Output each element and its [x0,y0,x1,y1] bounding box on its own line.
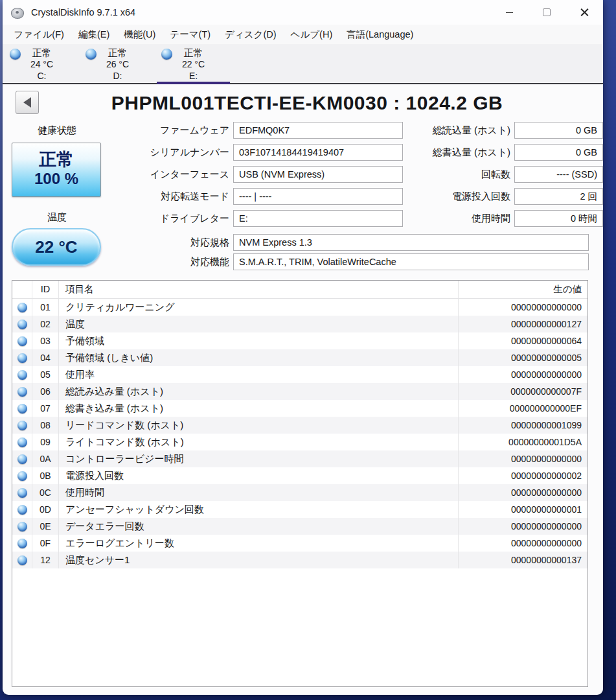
info-field: 回転数 ---- (SSD) [391,165,603,183]
attribute-id: 04 [32,349,58,366]
status-cell [12,349,32,366]
tab-temperature: 22 °C [155,59,231,70]
drive-tab[interactable]: 正常 24 °C C: [4,44,80,83]
table-row[interactable]: 06 総読み込み量 (ホスト) 0000000000007F [12,383,587,400]
menu-item[interactable]: ヘルプ(H) [284,25,340,44]
table-row[interactable]: 0B 電源投入回数 00000000000002 [12,467,587,484]
field-label: ファームウェア [61,124,233,137]
table-row[interactable]: 0E データエラー回数 00000000000000 [12,518,587,535]
field-label: ドライブレター [61,213,233,225]
menu-item[interactable]: 言語(Language) [339,25,420,44]
menu-item[interactable]: ディスク(D) [218,25,284,44]
tab-temperature: 26 °C [80,59,155,70]
table-row[interactable]: 0A コントローラービジー時間 00000000000000 [12,450,587,467]
table-row[interactable]: 04 予備領域 (しきい値) 00000000000005 [12,349,587,366]
attribute-id: 0B [32,467,58,484]
table-row[interactable]: 01 クリティカルワーニング 00000000000000 [12,299,587,316]
table-row[interactable]: 0D アンセーフシャットダウン回数 00000000000001 [12,501,587,518]
attribute-id: 0F [32,535,58,552]
attribute-raw-value: 00000000001D5A [458,434,587,450]
name-column-header: 項目名 [58,281,458,298]
field-label: 総書込量 (ホスト) [391,146,514,159]
table-row[interactable]: 03 予備領域 00000000000064 [12,332,587,349]
table-row[interactable]: 02 温度 00000000000127 [12,316,587,332]
drive-tab[interactable]: 正常 26 °C D: [80,44,155,83]
minimize-button[interactable] [490,0,528,25]
attribute-name: ライトコマンド数 (ホスト) [58,434,458,450]
status-cell [12,400,32,417]
attribute-name: エラーログエントリー数 [58,535,458,552]
drive-tab[interactable]: 正常 22 °C E: [155,44,231,83]
health-orb-icon [17,471,27,481]
close-button[interactable] [565,0,603,25]
attribute-raw-value: 0000000000007F [458,383,587,400]
back-button[interactable] [16,91,39,114]
attribute-name: 温度 [58,316,458,332]
health-orb-icon [17,336,27,346]
health-orb-icon [17,505,27,515]
field-value: NVM Express 1.3 [233,234,589,251]
health-orb-icon [17,539,27,548]
menu-item[interactable]: 編集(E) [71,25,117,44]
maximize-button[interactable] [528,0,565,25]
menu-item[interactable]: 機能(U) [117,25,163,44]
table-row[interactable]: 08 リードコマンド数 (ホスト) 00000000001099 [12,417,587,434]
drive-detail-panel: PHPML001TECTI-EE-KM0030 : 1024.2 GB 健康状態… [3,84,603,695]
info-field: シリアルナンバー 03F10714184419419407 [61,143,403,161]
field-label: インターフェース [61,169,233,181]
status-cell [12,484,32,501]
minimize-icon [506,12,513,13]
health-orb-icon [17,303,27,312]
field-label: シリアルナンバー [61,146,233,159]
info-field: ファームウェア EDFMQ0K7 [61,121,403,139]
table-row[interactable]: 12 温度センサー1 00000000000137 [12,552,587,568]
attribute-id: 06 [32,383,58,400]
menu-item[interactable]: テーマ(T) [163,25,218,44]
field-label: 対応機能 [61,256,233,268]
attribute-raw-value: 000000000000EF [458,400,587,417]
attribute-name: 予備領域 [58,332,458,349]
health-orb-icon [17,353,27,363]
attribute-id: 07 [32,400,58,417]
field-value: 0 GB [514,122,603,139]
attribute-id: 12 [32,552,58,568]
table-row[interactable]: 05 使用率 00000000000000 [12,366,587,383]
status-cell [12,417,32,434]
field-value: E: [233,210,403,227]
field-label: 対応規格 [61,237,233,249]
attribute-name: 使用率 [58,366,458,383]
field-value: ---- | ---- [233,188,403,205]
title-bar: CrystalDiskInfo 9.7.1 x64 [3,0,603,25]
drive-tab-strip: 正常 24 °C C: 正常 26 °C D: 正常 22 °C E: [3,44,603,84]
table-row[interactable]: 07 総書き込み量 (ホスト) 000000000000EF [12,400,587,417]
table-row[interactable]: 0C 使用時間 00000000000000 [12,484,587,501]
attribute-raw-value: 00000000000137 [458,552,587,568]
field-label: 対応転送モード [61,191,233,203]
attribute-raw-value: 00000000000000 [458,366,587,383]
status-column-header [12,281,32,298]
attribute-id: 0C [32,484,58,501]
status-cell [12,501,32,518]
health-orb-icon [17,370,27,380]
attribute-name: 総読み込み量 (ホスト) [58,383,458,400]
status-cell [12,535,32,552]
info-field: ドライブレター E: [61,209,403,228]
table-row[interactable]: 09 ライトコマンド数 (ホスト) 00000000001D5A [12,434,587,450]
attribute-name: コントローラービジー時間 [58,450,458,467]
health-orb-icon [17,320,27,329]
smart-table-header: ID 項目名 生の値 [12,281,587,299]
menu-item[interactable]: ファイル(F) [6,25,71,44]
info-field: 使用時間 0 時間 [391,209,603,228]
attribute-raw-value: 00000000000000 [458,450,587,467]
back-arrow-icon [23,97,31,108]
maximize-icon [543,8,551,16]
status-cell [12,299,32,316]
info-field: 総読込量 (ホスト) 0 GB [391,121,603,139]
table-row[interactable]: 0F エラーログエントリー数 00000000000000 [12,535,587,552]
field-value: 2 回 [514,188,603,205]
smart-table-rows: 01 クリティカルワーニング 00000000000000 02 温度 0000… [12,299,587,568]
info-field: 対応規格 NVM Express 1.3 [61,233,589,251]
health-orb-icon [17,488,27,498]
attribute-id: 09 [32,434,58,450]
attribute-name: 使用時間 [58,484,458,501]
